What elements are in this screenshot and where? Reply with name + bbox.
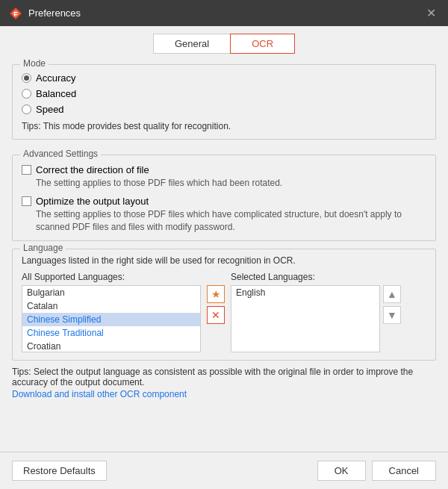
main-content: General OCR Mode Accuracy Balanced Speed [0,26,448,452]
all-languages-label: All Supported Languages: [22,272,201,282]
advanced-section-label: Advanced Settings [20,149,101,159]
add-language-button[interactable]: ★ [207,285,225,303]
lang-item-bulgarian[interactable]: Bulgarian [22,286,200,299]
radio-accuracy-indicator [22,73,31,83]
check-optimize-layout-label: Optimize the output layout [36,196,149,207]
tab-bar: General OCR [12,34,436,54]
radio-accuracy[interactable]: Accuracy [22,72,426,84]
tab-general[interactable]: General [153,34,230,54]
advanced-section: Advanced Settings Correct the direction … [12,155,436,241]
radio-speed[interactable]: Speed [22,104,426,115]
language-section-label: Language [20,243,66,253]
all-languages-list[interactable]: Bulgarian Catalan Chinese Simplified Chi… [22,285,201,352]
footer-tip: Tips: Select the output language as cons… [12,367,436,387]
lang-item-chinese-simplified[interactable]: Chinese Simplified [22,313,200,326]
checkbox-correct-direction[interactable] [22,165,31,175]
language-columns: All Supported Languages: Bulgarian Catal… [22,272,426,352]
radio-speed-label: Speed [36,104,64,115]
mode-radio-group: Accuracy Balanced Speed [22,72,426,115]
preferences-window: F Preferences ✕ General OCR Mode Accurac… [0,0,448,489]
cancel-button[interactable]: Cancel [372,461,436,481]
radio-balanced-label: Balanced [36,88,76,99]
check-optimize-layout-desc: The setting applies to those PDF files w… [36,208,426,234]
radio-balanced[interactable]: Balanced [22,88,426,99]
check-correct-direction: Correct the direction of file [22,164,426,175]
language-section: Language Languages listed in the right s… [12,249,436,361]
selected-languages-list[interactable]: English [231,285,380,352]
lang-action-buttons: ★ ✕ [207,285,225,324]
selected-lang-english[interactable]: English [231,286,379,299]
tab-ocr[interactable]: OCR [230,34,295,54]
move-up-button[interactable]: ▲ [383,285,401,303]
lang-item-chinese-traditional[interactable]: Chinese Traditional [22,326,200,340]
lang-item-catalan[interactable]: Catalan [22,299,200,313]
check-correct-direction-label: Correct the direction of file [36,164,149,175]
app-icon: F [9,7,22,20]
selected-languages-col: Selected Languages: English ▲ ▼ [231,272,401,352]
svg-text:F: F [13,10,18,17]
all-languages-col: All Supported Languages: Bulgarian Catal… [22,272,201,352]
selected-lang-order-buttons: ▲ ▼ [383,285,401,352]
lang-item-croatian[interactable]: Croatian [22,340,200,352]
close-button[interactable]: ✕ [423,6,439,21]
download-ocr-link[interactable]: Download and install other OCR component [12,389,436,399]
mode-section-label: Mode [20,58,49,69]
selected-languages-label: Selected Languages: [231,272,401,282]
check-optimize-layout: Optimize the output layout [22,196,426,207]
ok-button[interactable]: OK [317,461,366,481]
mode-section: Mode Accuracy Balanced Speed Tips: This … [12,64,436,140]
checkbox-optimize-layout[interactable] [22,196,31,206]
radio-accuracy-label: Accuracy [36,72,75,84]
radio-speed-indicator [22,105,31,114]
title-bar: F Preferences ✕ [0,0,448,26]
check-correct-direction-desc: The setting applies to those PDF files w… [36,177,426,190]
radio-balanced-indicator [22,89,31,99]
remove-language-button[interactable]: ✕ [207,306,225,324]
mode-tip: Tips: This mode provides best quality fo… [22,121,426,131]
bottom-bar: Restore Defaults OK Cancel [0,452,448,489]
language-desc: Languages listed in the right side will … [22,255,426,266]
restore-defaults-button[interactable]: Restore Defaults [12,461,107,481]
window-title: Preferences [28,7,423,19]
move-down-button[interactable]: ▼ [383,306,401,324]
